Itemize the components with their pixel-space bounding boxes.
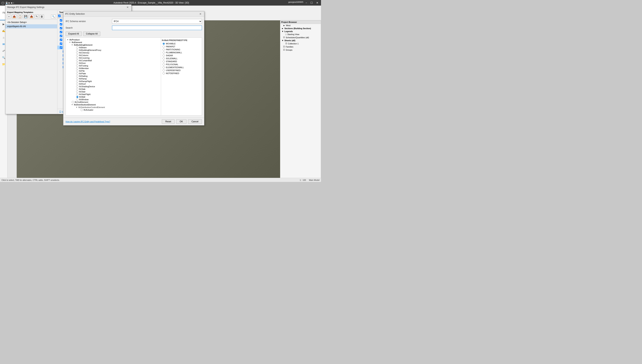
radio-ifcstair[interactable] (76, 90, 78, 93)
leaf-ifcfooting[interactable]: IfcFooting (75, 64, 160, 67)
leaf-ifcramp[interactable]: IfcRamp (75, 78, 160, 80)
radio-parapet[interactable] (163, 46, 165, 48)
tree-node-ifcdistribcontrol[interactable]: ▼ IfcDistributionControlElement (75, 106, 160, 108)
radio-userdefined[interactable] (163, 69, 165, 72)
leaf-ifcdoor[interactable]: IfcDoor (75, 62, 160, 64)
radio-ifcwindow[interactable] (76, 98, 78, 100)
import-template-btn[interactable]: 📤 (12, 14, 17, 18)
cancel-button[interactable]: Cancel (188, 119, 202, 124)
radio-ifcplate[interactable] (76, 72, 78, 74)
leaf-ifcbuildingproxy[interactable]: IfcBuildingElementProxy (75, 49, 160, 52)
leaf-ifccurtainwall[interactable]: IfcCurtainWall (75, 59, 160, 62)
minimize-button[interactable]: − (304, 1, 308, 5)
radio-ifcchimney[interactable] (76, 52, 78, 54)
predef-userdefined[interactable]: USERDEFINED (162, 69, 201, 72)
leaf-ifcactuator[interactable]: IfcActuator (80, 108, 160, 111)
entity-help-link[interactable]: How do I assign IFC Entity and Predefine… (66, 120, 110, 123)
radio-ifcbuildingproxy[interactable] (76, 49, 78, 51)
browser-starting-view[interactable]: □ Starting View (280, 33, 321, 36)
export-template-btn[interactable]: 📥 (29, 14, 34, 18)
radio-standard[interactable] (163, 60, 165, 62)
tree-node-ifcdistrib[interactable]: ▼ IfcDistributionElement (71, 104, 160, 106)
leaf-ifcstair[interactable]: IfcStair (75, 90, 160, 93)
radio-ifcslab[interactable] (76, 88, 78, 90)
radio-ifcstairflight[interactable] (76, 93, 78, 96)
predef-movable[interactable]: MOVABLE (162, 42, 201, 45)
leaf-ifcplate[interactable]: IfcPlate (75, 72, 160, 75)
browser-families[interactable]: ☷ Families (280, 45, 321, 48)
rename-template-btn[interactable]: ✎ (35, 14, 39, 18)
radio-ifcpile[interactable] (76, 70, 78, 72)
radio-notdefined[interactable] (163, 72, 165, 74)
expand-all-button[interactable]: Expand All (66, 32, 82, 36)
leaf-ifccivilelement[interactable]: IfcCivilElement (71, 101, 160, 104)
entity-search-input[interactable] (112, 26, 202, 30)
leaf-ifcwindow[interactable]: IfcWindow (75, 98, 160, 101)
predef-plumbingwall[interactable]: PLUMBINGWALL (162, 51, 201, 54)
radio-elementedwall[interactable] (163, 66, 165, 68)
leaf-ifcchimney[interactable]: IfcChimney (75, 52, 160, 54)
browser-west[interactable]: ► West (280, 24, 321, 27)
browser-legends[interactable]: ▼ Legends (280, 30, 321, 33)
template-in-session[interactable]: <In-Session Setup> (6, 20, 57, 24)
save-template-btn[interactable]: 💾 (23, 14, 28, 18)
radio-ifcroof[interactable] (76, 83, 78, 85)
radio-shear[interactable] (163, 54, 165, 56)
predef-notdefined[interactable]: NOTDEFINED (162, 72, 201, 75)
entity-selection-dialog[interactable]: IFC Entity Selection ✕ IFC Schema versio… (63, 11, 204, 126)
radio-ifcrampflight[interactable] (76, 80, 78, 82)
predef-shear[interactable]: SHEAR (162, 54, 201, 57)
radio-ifcbeam[interactable] (76, 46, 78, 49)
ok-button[interactable]: OK (176, 119, 186, 124)
ifc-dialog-close[interactable]: ✕ (126, 6, 130, 9)
browser-schedules[interactable]: ☷ Schedules/Quantities (all) (280, 36, 321, 39)
radio-ifcdoor[interactable] (76, 62, 78, 64)
browser-groups[interactable]: ☷ Groups (280, 48, 321, 52)
predef-standard[interactable]: STANDARD (162, 60, 201, 63)
leaf-ifcmember[interactable]: IfcMember (75, 67, 160, 70)
leaf-ifcshadingdevice[interactable]: IfcShadingDevice (75, 85, 160, 88)
tree-node-ifcproduct[interactable]: ▼ IfcProduct (67, 38, 160, 41)
radio-ifcrailing[interactable] (76, 75, 78, 77)
radio-partitioning[interactable] (163, 48, 165, 51)
leaf-ifcroof[interactable]: IfcRoof (75, 82, 160, 85)
radio-polygonal[interactable] (163, 63, 165, 66)
radio-movable[interactable] (163, 42, 165, 45)
leaf-ifcwall[interactable]: IfcWall (75, 96, 160, 98)
leaf-ifccolumn[interactable]: IfcColumn (75, 54, 160, 56)
radio-ifcfooting[interactable] (76, 64, 78, 67)
predef-polygonal[interactable]: POLYGONAL (162, 63, 201, 66)
close-button[interactable]: ✕ (315, 1, 319, 5)
maximize-button[interactable]: ☐ (309, 1, 314, 5)
browser-sections[interactable]: ► Sections (Building Section) (280, 27, 321, 30)
schema-select[interactable]: IFC4 IFC2x3 (112, 19, 202, 24)
radio-ifcwall[interactable] (76, 96, 78, 98)
template-exportlayers[interactable]: exportlayers-ifc-IAI (6, 24, 57, 28)
tree-node-ifcelement[interactable]: ▼ IfcElement (69, 41, 160, 44)
radio-ifcramp[interactable] (76, 78, 78, 80)
predef-parapet[interactable]: PARAPET (162, 45, 201, 48)
predef-solidwall[interactable]: SOLIDWALL (162, 57, 201, 60)
tree-node-ifcbuildingelement[interactable]: ▼ IfcBuildingElement (71, 44, 160, 46)
predef-partitioning[interactable]: PARTITIONING (162, 48, 201, 51)
radio-ifcshadingdevice[interactable] (76, 86, 78, 88)
reset-button[interactable]: Reset (162, 119, 175, 124)
predef-elementedwall[interactable]: ELEMENTEDWALL (162, 66, 201, 69)
copy-template-btn[interactable]: 📋 (18, 14, 23, 18)
delete-template-btn[interactable]: 🗑 (40, 14, 44, 18)
entity-dialog-close[interactable]: ✕ (199, 12, 202, 16)
add-template-btn[interactable]: + (7, 14, 11, 18)
leaf-ifcpile[interactable]: IfcPile (75, 70, 160, 72)
radio-ifcmember[interactable] (76, 67, 78, 70)
leaf-ifcrampflight[interactable]: IfcRampFlight (75, 80, 160, 82)
leaf-ifcbeam[interactable]: IfcBeam (75, 46, 160, 49)
header-checkbox[interactable] (58, 15, 61, 17)
leaf-ifccovering[interactable]: IfcCovering (75, 56, 160, 59)
radio-ifccurtainwall[interactable] (76, 60, 78, 62)
radio-ifccivil[interactable] (72, 101, 74, 103)
radio-plumbingwall[interactable] (163, 52, 165, 54)
radio-ifcactuator[interactable] (81, 109, 83, 111)
leaf-ifcstairflight[interactable]: IfcStairFlight (75, 93, 160, 96)
collapse-all-button[interactable]: Collapse All (83, 32, 101, 36)
radio-solidwall[interactable] (163, 57, 165, 60)
